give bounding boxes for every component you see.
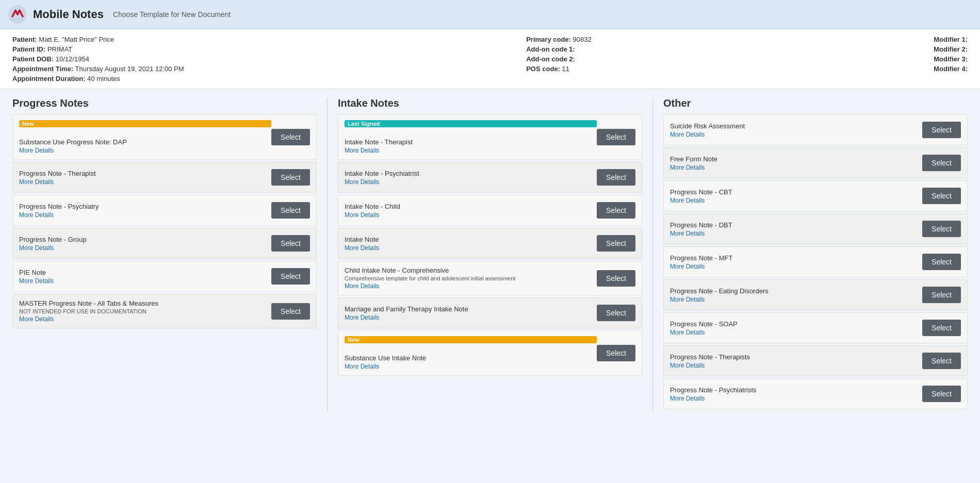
app-logo [8, 5, 27, 24]
more-details-link[interactable]: More Details [19, 211, 271, 219]
template-info: Intake Note - Psychiatrist More Details [345, 170, 597, 186]
more-details-link[interactable]: More Details [345, 244, 597, 252]
template-item: New Substance Use Intake Note More Detai… [338, 330, 642, 376]
select-button[interactable]: Select [922, 386, 961, 402]
select-button[interactable]: Select [271, 235, 310, 252]
template-name: Progress Note - MFT [670, 254, 922, 262]
patient-dob-row: Patient DOB: 10/12/1954 [12, 55, 184, 63]
template-info: Progress Note - MFT More Details [670, 254, 922, 270]
template-name: Intake Note [345, 236, 597, 243]
template-item: Progress Note - SOAP More Details Select [663, 312, 968, 343]
pos-code-row: POS code: 11 [526, 65, 591, 73]
select-button[interactable]: Select [597, 270, 635, 287]
template-item: MASTER Progress Note - All Tabs & Measur… [12, 294, 317, 328]
more-details-link[interactable]: More Details [345, 211, 597, 219]
patient-id-row: Patient ID: PRIMAT [12, 45, 184, 53]
select-button[interactable]: Select [922, 155, 961, 171]
more-details-link[interactable]: More Details [345, 314, 597, 321]
select-button[interactable]: Select [922, 320, 961, 336]
template-info: Progress Note - Psychiatry More Details [19, 203, 271, 219]
template-name: Progress Note - Group [19, 236, 271, 243]
app-subtitle: Choose Template for New Document [113, 10, 231, 19]
patient-col-middle: Primary code: 90832 Add-on code 1: Add-o… [526, 36, 591, 82]
progress-notes-list: New Substance Use Progress Note: DAP Mor… [12, 114, 317, 330]
divider-2 [652, 97, 653, 411]
select-button[interactable]: Select [922, 221, 961, 237]
badge-last-signed: Last Signed [345, 120, 597, 127]
select-button[interactable]: Select [922, 353, 961, 369]
addon2-label: Add-on code 2: [526, 55, 575, 63]
template-name: MASTER Progress Note - All Tabs & Measur… [19, 299, 271, 307]
pos-code-label: POS code: [526, 65, 560, 73]
template-item: Progress Note - Psychiatry More Details … [12, 195, 317, 226]
template-name: Marriage and Family Therapy Intake Note [345, 305, 597, 313]
progress-notes-title: Progress Notes [12, 97, 317, 109]
more-details-link[interactable]: More Details [670, 263, 922, 270]
select-button[interactable]: Select [597, 129, 635, 145]
select-button[interactable]: Select [271, 169, 310, 186]
primary-code-value: 90832 [573, 36, 592, 43]
select-button[interactable]: Select [597, 169, 635, 186]
template-item: Suicide Risk Assessment More Details Sel… [663, 114, 968, 145]
template-name: Progress Note - Eating Disorders [670, 287, 922, 295]
template-name: Suicide Risk Assessment [670, 122, 922, 130]
template-item: Progress Note - Therapists More Details … [663, 345, 968, 376]
select-button[interactable]: Select [271, 129, 310, 145]
select-button[interactable]: Select [271, 202, 310, 219]
other-list: Suicide Risk Assessment More Details Sel… [663, 114, 968, 411]
more-details-link[interactable]: More Details [670, 230, 922, 237]
patient-dob-value: 10/12/1954 [56, 55, 89, 63]
template-info: Intake Note - Child More Details [345, 203, 597, 219]
mod4-row: Modifier 4: [934, 65, 968, 73]
more-details-link[interactable]: More Details [345, 178, 597, 186]
more-details-link[interactable]: More Details [670, 395, 922, 402]
select-button[interactable]: Select [597, 305, 635, 321]
select-button[interactable]: Select [922, 287, 961, 303]
template-description: NOT INTENDED FOR USE IN DOCUMENTATION [19, 308, 271, 314]
patient-appt-time-row: Appointment Time: Thursday August 19, 20… [12, 65, 184, 73]
mod3-label: Modifier 3: [934, 55, 968, 63]
more-details-link[interactable]: More Details [345, 282, 597, 290]
pos-code-value: 11 [562, 65, 569, 73]
select-button[interactable]: Select [922, 254, 961, 270]
template-info: Progress Note - CBT More Details [670, 188, 922, 204]
mod3-row: Modifier 3: [934, 55, 968, 63]
addon1-row: Add-on code 1: [526, 45, 591, 53]
more-details-link[interactable]: More Details [19, 277, 271, 285]
more-details-link[interactable]: More Details [19, 244, 271, 252]
mod4-label: Modifier 4: [934, 65, 968, 73]
more-details-link[interactable]: More Details [19, 178, 271, 186]
more-details-link[interactable]: More Details [670, 197, 922, 204]
template-info: PIE Note More Details [19, 269, 271, 285]
select-button[interactable]: Select [922, 122, 961, 138]
more-details-link[interactable]: More Details [670, 296, 922, 303]
progress-notes-column: Progress Notes New Substance Use Progres… [12, 97, 317, 330]
more-details-link[interactable]: More Details [670, 131, 922, 138]
patient-appt-time-label: Appointment Time: [12, 65, 73, 73]
more-details-link[interactable]: More Details [19, 147, 271, 154]
template-item: Progress Note - Group More Details Selec… [12, 228, 317, 259]
more-details-link[interactable]: More Details [670, 164, 922, 171]
select-button[interactable]: Select [271, 303, 310, 320]
patient-id-value: PRIMAT [47, 45, 72, 53]
more-details-link[interactable]: More Details [19, 315, 271, 323]
badge-new: New [345, 336, 597, 343]
select-button[interactable]: Select [597, 202, 635, 219]
template-name: Progress Note - Psychiatrists [670, 386, 922, 394]
more-details-link[interactable]: More Details [345, 147, 597, 154]
patient-id-label: Patient ID: [12, 45, 45, 53]
select-button[interactable]: Select [597, 235, 635, 252]
more-details-link[interactable]: More Details [345, 363, 597, 370]
more-details-link[interactable]: More Details [670, 329, 922, 336]
intake-notes-column: Intake Notes Last Signed Intake Note - T… [338, 97, 642, 378]
template-info: Progress Note - Therapists More Details [670, 353, 922, 369]
select-button[interactable]: Select [922, 188, 961, 204]
template-item: Intake Note - Child More Details Select [338, 195, 642, 226]
select-button[interactable]: Select [597, 345, 635, 361]
template-info: MASTER Progress Note - All Tabs & Measur… [19, 299, 271, 323]
more-details-link[interactable]: More Details [670, 362, 922, 369]
template-info: Progress Note - Therapist More Details [19, 170, 271, 186]
template-item: Last Signed Intake Note - Therapist More… [338, 114, 642, 160]
template-item: Progress Note - Therapist More Details S… [12, 162, 317, 193]
select-button[interactable]: Select [271, 268, 310, 285]
